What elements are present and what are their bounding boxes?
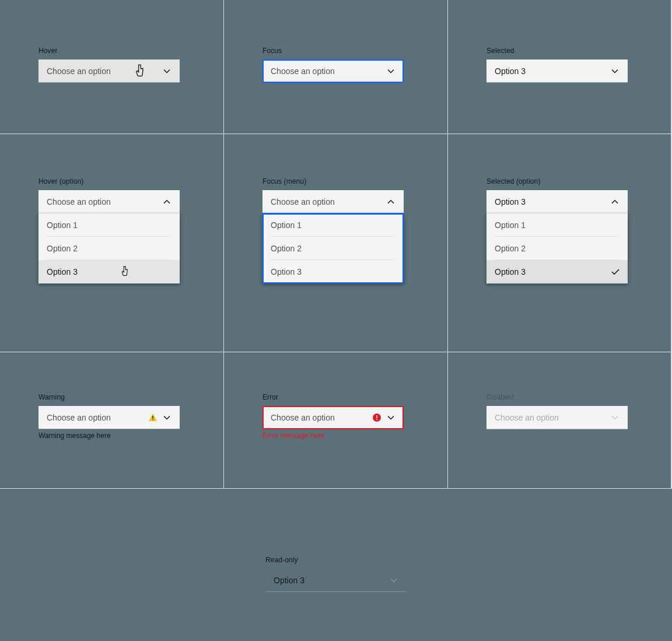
state-label: Hover (38, 47, 223, 55)
dropdown-option[interactable]: Option 2 (38, 237, 180, 260)
chevron-up-icon (386, 197, 396, 206)
dropdown-warning[interactable]: Choose an option (38, 406, 180, 429)
dropdown-text: Choose an option (47, 413, 148, 422)
dropdown-option[interactable]: Option 1 (38, 213, 180, 237)
svg-rect-1 (152, 419, 153, 420)
state-label: Focus (menu) (262, 177, 447, 185)
cell-focus: Focus Choose an option (224, 0, 448, 134)
state-label: Focus (262, 47, 447, 55)
svg-rect-3 (376, 415, 377, 418)
state-label: Error (262, 393, 447, 401)
dropdown-option[interactable]: Option 1 (262, 213, 404, 237)
cell-focus-menu: Focus (menu) Choose an option Option 1 O… (224, 134, 448, 352)
cell-hover-option: Hover (option) Choose an option Option 1… (0, 134, 224, 352)
dropdown-option[interactable]: Option 2 (262, 237, 404, 260)
state-label: Disabled (487, 393, 671, 401)
dropdown-text: Choose an option (495, 413, 610, 422)
dropdown-text: Choose an option (271, 66, 386, 76)
state-label: Selected (option) (487, 177, 671, 185)
chevron-down-icon (386, 66, 396, 76)
checkmark-icon (611, 267, 620, 276)
svg-rect-0 (152, 416, 153, 419)
dropdown-focus[interactable]: Choose an option (262, 59, 404, 83)
error-helper-text: Error message here (262, 432, 447, 440)
dropdown-option-hover[interactable]: Option 3 (38, 260, 180, 283)
dropdown-open-selected[interactable]: Option 3 (487, 190, 628, 213)
warning-icon (148, 413, 158, 422)
chevron-down-icon (610, 413, 620, 422)
dropdown-open-focus[interactable]: Choose an option (262, 190, 404, 213)
dropdown-text: Option 3 (495, 197, 610, 206)
dropdown-menu-focus: Option 1 Option 2 Option 3 (262, 213, 404, 283)
dropdown-text: Choose an option (47, 66, 135, 76)
chevron-up-icon (162, 197, 172, 206)
dropdown-menu: Option 1 Option 2 Option 3 (38, 213, 180, 283)
dropdown-disabled: Choose an option (487, 406, 628, 429)
cell-selected-option: Selected (option) Option 3 Option 1 Opti… (448, 134, 672, 352)
state-label: Selected (487, 47, 671, 55)
readonly-row: Read-only Option 3 (0, 489, 672, 592)
chevron-down-icon (162, 413, 172, 422)
pointer-cursor-icon (121, 266, 130, 278)
state-label: Hover (option) (38, 177, 223, 185)
dropdown-option[interactable]: Option 2 (487, 237, 628, 260)
dropdown-hover[interactable]: Choose an option (38, 59, 180, 83)
dropdown-readonly: Option 3 (265, 569, 407, 592)
dropdown-open-hover[interactable]: Choose an option (38, 190, 180, 213)
chevron-down-icon (162, 66, 172, 76)
cell-disabled: Disabled Choose an option (448, 352, 672, 489)
pointer-cursor-icon (135, 65, 146, 77)
dropdown-menu: Option 1 Option 2 Option 3 (487, 213, 628, 283)
dropdown-option[interactable]: Option 1 (487, 213, 628, 237)
chevron-down-icon (610, 66, 620, 76)
cell-error: Error Choose an option Error message her… (224, 352, 448, 489)
chevron-up-icon (610, 197, 620, 206)
dropdown-selected[interactable]: Option 3 (487, 59, 628, 83)
state-label: Warning (38, 393, 223, 401)
dropdown-error[interactable]: Choose an option (262, 406, 404, 429)
dropdown-text: Choose an option (47, 197, 162, 206)
dropdown-text: Choose an option (271, 413, 372, 422)
dropdown-text: Option 3 (274, 576, 389, 585)
dropdown-option-selected[interactable]: Option 3 (487, 260, 628, 283)
cell-selected: Selected Option 3 (448, 0, 672, 134)
error-icon (372, 413, 382, 422)
cell-warning: Warning Choose an option Warning message… (0, 352, 224, 489)
state-label: Read-only (265, 556, 407, 564)
svg-rect-4 (376, 419, 377, 420)
cell-hover: Hover Choose an option (0, 0, 224, 134)
chevron-down-icon (386, 413, 396, 422)
dropdown-option[interactable]: Option 3 (262, 260, 404, 283)
warning-helper-text: Warning message here (38, 432, 223, 440)
dropdown-text: Option 3 (495, 66, 610, 76)
chevron-down-icon (389, 576, 398, 585)
dropdown-text: Choose an option (271, 197, 386, 206)
